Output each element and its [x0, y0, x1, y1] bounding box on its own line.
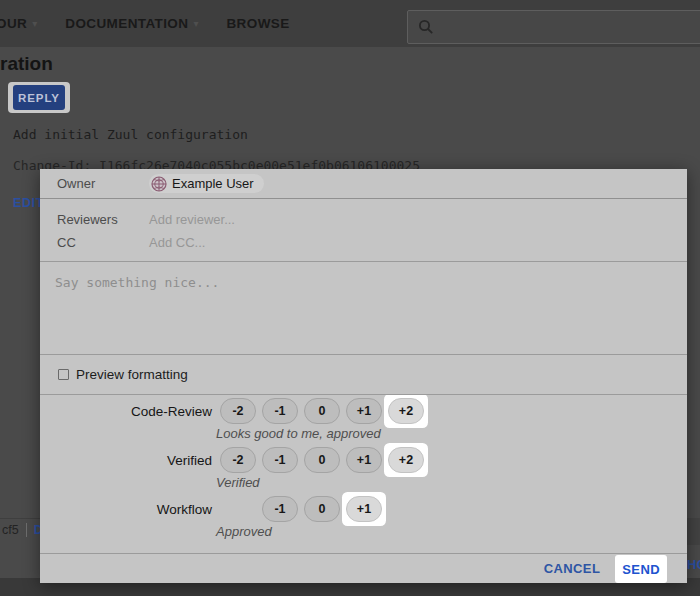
preview-label: Preview formatting — [76, 367, 188, 382]
page-title: ration — [0, 53, 53, 75]
commit-subject: Add initial Zuul configuration — [13, 127, 248, 142]
vote-button-workflow--1[interactable]: -1 — [262, 496, 298, 522]
score-description: Approved — [216, 524, 687, 539]
vote-slots: -10+1 — [262, 496, 388, 522]
cc-row: CC Add CC... — [57, 231, 687, 254]
score-line: Code-Review-2-10+1+2 — [40, 397, 687, 425]
vote-button-verified-+2[interactable]: +2 — [388, 447, 424, 473]
reply-dialog: Owner Example User Reviewers Add reviewe… — [40, 169, 687, 583]
vote-button-code-review--2[interactable]: -2 — [220, 398, 256, 424]
score-row-code-review: Code-Review-2-10+1+2Looks good to me, ap… — [40, 397, 687, 441]
vote-button-workflow-0[interactable]: 0 — [304, 496, 340, 522]
score-line: Workflow-10+1 — [40, 495, 687, 523]
background-link-fragment[interactable]: HO — [687, 557, 700, 572]
nav-item-label: BROWSE — [226, 16, 289, 31]
owner-label: Owner — [57, 176, 149, 191]
nav-item-our[interactable]: OUR▾ — [0, 16, 37, 31]
score-label: Verified — [40, 453, 212, 468]
vote-slots: -2-10+1+2 — [220, 447, 430, 473]
nav-menu: OUR▾DOCUMENTATION▾BROWSE — [0, 0, 318, 47]
score-line: Verified-2-10+1+2 — [40, 446, 687, 474]
message-textarea[interactable]: Say something nice... — [40, 262, 687, 355]
vote-button-code-review-+1[interactable]: +1 — [346, 398, 382, 424]
vote-button-code-review-0[interactable]: 0 — [304, 398, 340, 424]
vote-slot: -1 — [262, 398, 298, 424]
score-row-workflow: Workflow-10+1Approved — [40, 495, 687, 539]
vote-highlight-box: +1 — [346, 496, 382, 522]
nav-item-documentation[interactable]: DOCUMENTATION▾ — [65, 16, 198, 31]
people-section: Reviewers Add reviewer... CC Add CC... — [40, 199, 687, 262]
caret-down-icon: ▾ — [193, 19, 198, 29]
owner-chip[interactable]: Example User — [149, 174, 264, 193]
commit-sha-fragment: cf5 — [2, 523, 19, 537]
screen: OUR▾DOCUMENTATION▾BROWSE ration REPLY Ad… — [0, 0, 700, 596]
vote-slot: -1 — [262, 447, 298, 473]
vote-slot: 0 — [304, 398, 340, 424]
reviewers-row: Reviewers Add reviewer... — [57, 208, 687, 231]
search-icon — [418, 19, 434, 35]
message-placeholder: Say something nice... — [55, 275, 219, 290]
reviewers-label: Reviewers — [57, 212, 149, 227]
vote-slot: -2 — [220, 447, 256, 473]
vote-slot: +1 — [346, 398, 382, 424]
vote-button-code-review--1[interactable]: -1 — [262, 398, 298, 424]
owner-row: Owner Example User — [40, 169, 687, 199]
score-section: Code-Review-2-10+1+2Looks good to me, ap… — [40, 395, 687, 553]
vote-slots: -2-10+1+2 — [220, 398, 430, 424]
nav-item-label: OUR — [0, 16, 27, 31]
send-button[interactable]: SEND — [622, 562, 660, 577]
divider — [26, 523, 27, 537]
vote-slot: -2 — [220, 398, 256, 424]
add-cc-input[interactable]: Add CC... — [149, 235, 205, 250]
vote-button-workflow-+1[interactable]: +1 — [346, 496, 382, 522]
vote-slot: 0 — [304, 496, 340, 522]
vote-slot: -1 — [262, 496, 298, 522]
vote-slot: +1 — [346, 447, 382, 473]
vote-button-verified-+1[interactable]: +1 — [346, 447, 382, 473]
dialog-footer: CANCEL SEND — [40, 553, 687, 583]
score-row-verified: Verified-2-10+1+2Verified — [40, 446, 687, 490]
file-bar: cf5 D — [2, 523, 43, 537]
score-description: Verified — [216, 475, 687, 490]
score-label: Workflow — [40, 502, 212, 517]
top-navbar: OUR▾DOCUMENTATION▾BROWSE — [0, 0, 700, 47]
send-button-highlight: SEND — [615, 555, 667, 583]
preview-checkbox[interactable] — [58, 369, 69, 380]
cc-label: CC — [57, 235, 149, 250]
vote-slot: 0 — [304, 447, 340, 473]
vote-button-verified--2[interactable]: -2 — [220, 447, 256, 473]
vote-button-code-review-+2[interactable]: +2 — [388, 398, 424, 424]
preview-row: Preview formatting — [40, 355, 687, 395]
avatar — [151, 176, 167, 192]
nav-item-label: DOCUMENTATION — [65, 16, 188, 31]
reply-button-highlight: REPLY — [8, 82, 70, 113]
reply-button[interactable]: REPLY — [13, 85, 65, 110]
vote-button-verified--1[interactable]: -1 — [262, 447, 298, 473]
search-box[interactable] — [407, 10, 700, 44]
add-reviewer-input[interactable]: Add reviewer... — [149, 212, 235, 227]
caret-down-icon: ▾ — [32, 19, 37, 29]
vote-button-verified-0[interactable]: 0 — [304, 447, 340, 473]
score-label: Code-Review — [40, 404, 212, 419]
nav-item-browse[interactable]: BROWSE — [226, 16, 289, 31]
vote-highlight-box: +2 — [388, 447, 424, 473]
cancel-button[interactable]: CANCEL — [544, 561, 601, 576]
score-description: Looks good to me, approved — [216, 426, 687, 441]
owner-chip-name: Example User — [172, 176, 254, 191]
vote-highlight-box: +2 — [388, 398, 424, 424]
